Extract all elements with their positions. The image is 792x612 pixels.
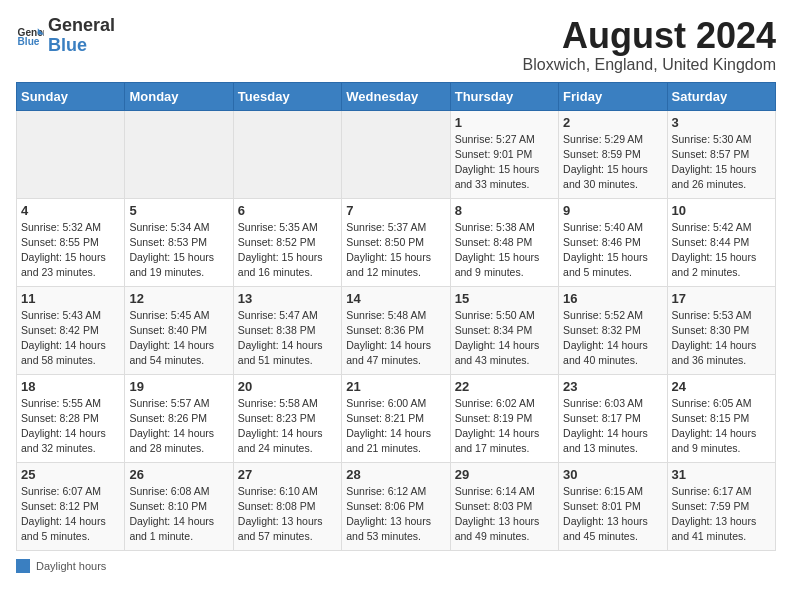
calendar-cell: 14Sunrise: 5:48 AM Sunset: 8:36 PM Dayli… (342, 286, 450, 374)
calendar-cell: 17Sunrise: 5:53 AM Sunset: 8:30 PM Dayli… (667, 286, 775, 374)
day-number: 28 (346, 467, 445, 482)
day-info: Sunrise: 5:50 AM Sunset: 8:34 PM Dayligh… (455, 308, 554, 369)
day-number: 11 (21, 291, 120, 306)
day-number: 17 (672, 291, 771, 306)
calendar-cell: 18Sunrise: 5:55 AM Sunset: 8:28 PM Dayli… (17, 374, 125, 462)
calendar-cell: 3Sunrise: 5:30 AM Sunset: 8:57 PM Daylig… (667, 110, 775, 198)
daylight-indicator (16, 559, 30, 573)
calendar-cell (125, 110, 233, 198)
day-number: 1 (455, 115, 554, 130)
day-info: Sunrise: 5:45 AM Sunset: 8:40 PM Dayligh… (129, 308, 228, 369)
day-info: Sunrise: 5:27 AM Sunset: 9:01 PM Dayligh… (455, 132, 554, 193)
day-info: Sunrise: 5:43 AM Sunset: 8:42 PM Dayligh… (21, 308, 120, 369)
day-info: Sunrise: 6:15 AM Sunset: 8:01 PM Dayligh… (563, 484, 662, 545)
calendar-cell: 5Sunrise: 5:34 AM Sunset: 8:53 PM Daylig… (125, 198, 233, 286)
day-number: 22 (455, 379, 554, 394)
calendar-cell: 10Sunrise: 5:42 AM Sunset: 8:44 PM Dayli… (667, 198, 775, 286)
day-number: 3 (672, 115, 771, 130)
day-info: Sunrise: 5:53 AM Sunset: 8:30 PM Dayligh… (672, 308, 771, 369)
day-number: 31 (672, 467, 771, 482)
day-number: 7 (346, 203, 445, 218)
calendar-week-5: 25Sunrise: 6:07 AM Sunset: 8:12 PM Dayli… (17, 462, 776, 550)
day-number: 19 (129, 379, 228, 394)
calendar-cell: 22Sunrise: 6:02 AM Sunset: 8:19 PM Dayli… (450, 374, 558, 462)
footer: Daylight hours (16, 559, 776, 573)
calendar-cell: 8Sunrise: 5:38 AM Sunset: 8:48 PM Daylig… (450, 198, 558, 286)
day-info: Sunrise: 5:38 AM Sunset: 8:48 PM Dayligh… (455, 220, 554, 281)
calendar-cell: 16Sunrise: 5:52 AM Sunset: 8:32 PM Dayli… (559, 286, 667, 374)
day-info: Sunrise: 5:47 AM Sunset: 8:38 PM Dayligh… (238, 308, 337, 369)
day-number: 10 (672, 203, 771, 218)
day-number: 21 (346, 379, 445, 394)
day-number: 8 (455, 203, 554, 218)
day-info: Sunrise: 5:58 AM Sunset: 8:23 PM Dayligh… (238, 396, 337, 457)
day-info: Sunrise: 6:08 AM Sunset: 8:10 PM Dayligh… (129, 484, 228, 545)
calendar-cell: 2Sunrise: 5:29 AM Sunset: 8:59 PM Daylig… (559, 110, 667, 198)
calendar-week-2: 4Sunrise: 5:32 AM Sunset: 8:55 PM Daylig… (17, 198, 776, 286)
day-number: 29 (455, 467, 554, 482)
day-number: 12 (129, 291, 228, 306)
day-number: 18 (21, 379, 120, 394)
calendar-cell: 4Sunrise: 5:32 AM Sunset: 8:55 PM Daylig… (17, 198, 125, 286)
day-number: 20 (238, 379, 337, 394)
day-number: 27 (238, 467, 337, 482)
calendar-cell: 20Sunrise: 5:58 AM Sunset: 8:23 PM Dayli… (233, 374, 341, 462)
calendar-cell: 15Sunrise: 5:50 AM Sunset: 8:34 PM Dayli… (450, 286, 558, 374)
day-info: Sunrise: 6:17 AM Sunset: 7:59 PM Dayligh… (672, 484, 771, 545)
day-number: 5 (129, 203, 228, 218)
calendar-cell (342, 110, 450, 198)
day-info: Sunrise: 5:52 AM Sunset: 8:32 PM Dayligh… (563, 308, 662, 369)
calendar-cell: 30Sunrise: 6:15 AM Sunset: 8:01 PM Dayli… (559, 462, 667, 550)
calendar-cell: 7Sunrise: 5:37 AM Sunset: 8:50 PM Daylig… (342, 198, 450, 286)
day-number: 13 (238, 291, 337, 306)
calendar-header-sunday: Sunday (17, 82, 125, 110)
calendar-header-wednesday: Wednesday (342, 82, 450, 110)
title-area: August 2024 Bloxwich, England, United Ki… (523, 16, 776, 74)
calendar-cell: 13Sunrise: 5:47 AM Sunset: 8:38 PM Dayli… (233, 286, 341, 374)
calendar-week-3: 11Sunrise: 5:43 AM Sunset: 8:42 PM Dayli… (17, 286, 776, 374)
calendar-cell: 28Sunrise: 6:12 AM Sunset: 8:06 PM Dayli… (342, 462, 450, 550)
calendar-week-1: 1Sunrise: 5:27 AM Sunset: 9:01 PM Daylig… (17, 110, 776, 198)
day-number: 6 (238, 203, 337, 218)
calendar-header-tuesday: Tuesday (233, 82, 341, 110)
day-info: Sunrise: 5:48 AM Sunset: 8:36 PM Dayligh… (346, 308, 445, 369)
calendar-header-thursday: Thursday (450, 82, 558, 110)
calendar-header-monday: Monday (125, 82, 233, 110)
day-info: Sunrise: 6:10 AM Sunset: 8:08 PM Dayligh… (238, 484, 337, 545)
day-info: Sunrise: 5:35 AM Sunset: 8:52 PM Dayligh… (238, 220, 337, 281)
day-info: Sunrise: 5:34 AM Sunset: 8:53 PM Dayligh… (129, 220, 228, 281)
day-info: Sunrise: 6:05 AM Sunset: 8:15 PM Dayligh… (672, 396, 771, 457)
day-number: 23 (563, 379, 662, 394)
day-number: 16 (563, 291, 662, 306)
calendar-cell: 24Sunrise: 6:05 AM Sunset: 8:15 PM Dayli… (667, 374, 775, 462)
logo-icon: General Blue (16, 22, 44, 50)
calendar-header-row: SundayMondayTuesdayWednesdayThursdayFrid… (17, 82, 776, 110)
page-subtitle: Bloxwich, England, United Kingdom (523, 56, 776, 74)
day-number: 25 (21, 467, 120, 482)
calendar-cell: 1Sunrise: 5:27 AM Sunset: 9:01 PM Daylig… (450, 110, 558, 198)
day-info: Sunrise: 5:30 AM Sunset: 8:57 PM Dayligh… (672, 132, 771, 193)
calendar-cell: 9Sunrise: 5:40 AM Sunset: 8:46 PM Daylig… (559, 198, 667, 286)
calendar-week-4: 18Sunrise: 5:55 AM Sunset: 8:28 PM Dayli… (17, 374, 776, 462)
calendar-cell (233, 110, 341, 198)
calendar-cell: 11Sunrise: 5:43 AM Sunset: 8:42 PM Dayli… (17, 286, 125, 374)
calendar-cell: 6Sunrise: 5:35 AM Sunset: 8:52 PM Daylig… (233, 198, 341, 286)
day-number: 30 (563, 467, 662, 482)
calendar-cell: 26Sunrise: 6:08 AM Sunset: 8:10 PM Dayli… (125, 462, 233, 550)
day-info: Sunrise: 5:42 AM Sunset: 8:44 PM Dayligh… (672, 220, 771, 281)
day-info: Sunrise: 5:57 AM Sunset: 8:26 PM Dayligh… (129, 396, 228, 457)
day-info: Sunrise: 6:12 AM Sunset: 8:06 PM Dayligh… (346, 484, 445, 545)
calendar-cell: 31Sunrise: 6:17 AM Sunset: 7:59 PM Dayli… (667, 462, 775, 550)
day-info: Sunrise: 5:29 AM Sunset: 8:59 PM Dayligh… (563, 132, 662, 193)
calendar-cell: 19Sunrise: 5:57 AM Sunset: 8:26 PM Dayli… (125, 374, 233, 462)
day-number: 4 (21, 203, 120, 218)
day-number: 26 (129, 467, 228, 482)
day-number: 2 (563, 115, 662, 130)
day-info: Sunrise: 5:37 AM Sunset: 8:50 PM Dayligh… (346, 220, 445, 281)
day-info: Sunrise: 5:40 AM Sunset: 8:46 PM Dayligh… (563, 220, 662, 281)
day-number: 15 (455, 291, 554, 306)
day-info: Sunrise: 6:03 AM Sunset: 8:17 PM Dayligh… (563, 396, 662, 457)
day-info: Sunrise: 6:00 AM Sunset: 8:21 PM Dayligh… (346, 396, 445, 457)
page-title: August 2024 (523, 16, 776, 56)
calendar-cell (17, 110, 125, 198)
